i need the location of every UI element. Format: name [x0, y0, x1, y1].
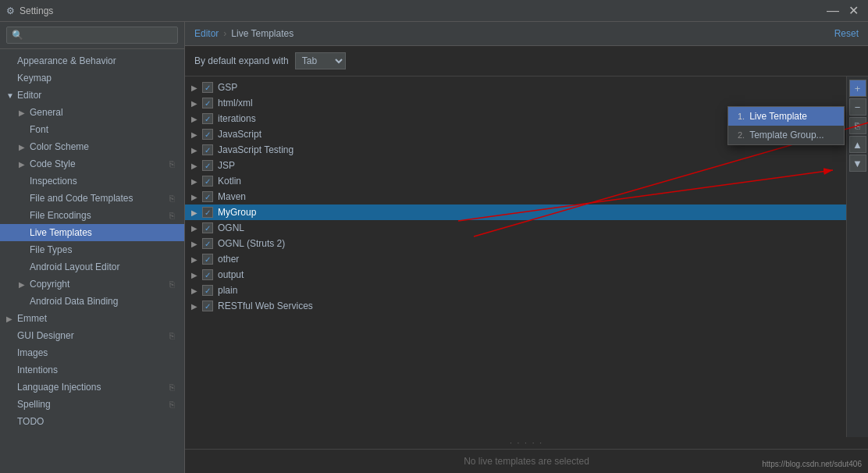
checkbox-ognl-struts2[interactable] [202, 238, 213, 249]
checkbox-mygroup[interactable] [202, 207, 213, 218]
template-label-restful: RESTful Web Services [218, 301, 313, 311]
template-item-plain[interactable]: ▶ plain [185, 283, 846, 298]
sidebar-item-spelling[interactable]: Spelling ⎘ [0, 396, 184, 413]
checkbox-gsp[interactable] [202, 82, 213, 93]
copy-icon: ⎘ [169, 194, 175, 203]
template-item-gsp[interactable]: ▶ GSP [185, 80, 846, 95]
sidebar-item-android-layout-editor[interactable]: Android Layout Editor [0, 258, 184, 276]
checkbox-iterations[interactable] [202, 113, 213, 124]
checkbox-output[interactable] [202, 269, 213, 280]
sidebar-item-inspections[interactable]: Inspections [0, 172, 184, 190]
checkbox-restful[interactable] [202, 301, 213, 311]
sidebar-search-container [0, 22, 184, 49]
breadcrumb-separator: › [223, 28, 226, 39]
title-bar: ⚙ Settings — ✕ [0, 0, 868, 22]
sidebar-search-input[interactable] [6, 27, 178, 44]
sidebar-item-general[interactable]: ▶ General [0, 104, 184, 121]
collapse-divider: · · · · · [185, 437, 868, 449]
sidebar-item-color-scheme[interactable]: ▶ Color Scheme [0, 138, 184, 155]
template-item-maven[interactable]: ▶ Maven [185, 189, 846, 204]
close-button[interactable]: ✕ [845, 3, 862, 18]
checkbox-other[interactable] [202, 254, 213, 265]
remove-button[interactable]: − [849, 98, 866, 116]
arrow-icon: ▶ [191, 146, 201, 155]
copy-icon: ⎘ [169, 331, 175, 340]
arrow-icon: ▶ [191, 255, 201, 264]
move-up-button[interactable]: ▲ [849, 136, 866, 153]
expand-select[interactable]: Tab Enter Space [295, 52, 346, 69]
copy-icon: ⎘ [169, 211, 175, 220]
arrow-icon: ▶ [191, 84, 201, 92]
checkbox-javascript[interactable] [202, 129, 213, 140]
arrow-icon: ▶ [191, 286, 201, 295]
dropdown-item-live-template[interactable]: 1. Live Template [728, 107, 844, 126]
arrow-icon: ▶ [191, 130, 201, 139]
template-label-output: output [218, 269, 244, 280]
sidebar-item-file-encodings[interactable]: File Encodings ⎘ [0, 207, 184, 224]
sidebar-item-keymap[interactable]: Keymap [0, 69, 184, 87]
template-item-jsp[interactable]: ▶ JSP [185, 158, 846, 173]
arrow-icon: ▶ [19, 280, 28, 289]
copy-icon: ⎘ [169, 279, 175, 289]
checkbox-javascript-testing[interactable] [202, 144, 213, 155]
template-label-other: other [218, 254, 239, 265]
sidebar-item-android-data-binding[interactable]: Android Data Binding [0, 293, 184, 310]
template-label-kotlin: Kotlin [218, 176, 241, 187]
sidebar-item-intentions[interactable]: Intentions [0, 361, 184, 379]
template-item-ognl[interactable]: ▶ OGNL [185, 220, 846, 236]
move-down-button[interactable]: ▼ [849, 155, 866, 172]
arrow-icon: ▶ [191, 162, 201, 170]
copy-button[interactable]: ⎘ [849, 117, 866, 134]
template-label-ognl-struts2: OGNL (Struts 2) [218, 238, 285, 249]
main-content: Appearance & Behavior Keymap ▼ Editor ▶ … [0, 22, 868, 473]
sidebar-item-editor[interactable]: ▼ Editor [0, 87, 184, 104]
arrow-icon: ▶ [191, 115, 201, 123]
sidebar-item-live-templates[interactable]: Live Templates [0, 224, 184, 241]
panel-toolbar: By default expand with Tab Enter Space [185, 46, 868, 76]
sidebar-item-gui-designer[interactable]: GUI Designer ⎘ [0, 327, 184, 344]
add-button[interactable]: + [849, 80, 866, 97]
minimize-button[interactable]: — [824, 4, 842, 18]
template-item-other[interactable]: ▶ other [185, 251, 846, 267]
dropdown-item-num-2: 2. [738, 130, 745, 140]
right-panel: Editor › Live Templates Reset By default… [185, 22, 868, 473]
sidebar-nav: Appearance & Behavior Keymap ▼ Editor ▶ … [0, 49, 184, 433]
sidebar-item-code-style[interactable]: ▶ Code Style ⎘ [0, 155, 184, 172]
sidebar-item-file-code-templates[interactable]: File and Code Templates ⎘ [0, 190, 184, 207]
expand-label: By default expand with [194, 55, 289, 66]
checkbox-kotlin[interactable] [202, 176, 213, 187]
sidebar-item-todo[interactable]: TODO [0, 413, 184, 430]
checkbox-html-xml[interactable] [202, 98, 213, 108]
arrow-icon: ▶ [191, 302, 201, 311]
arrow-icon: ▶ [19, 160, 28, 169]
sidebar-item-file-types[interactable]: File Types [0, 241, 184, 258]
panel-footer: No live templates are selected [185, 449, 868, 473]
dropdown-item-num-1: 1. [738, 112, 745, 121]
sidebar-item-copyright[interactable]: ▶ Copyright ⎘ [0, 276, 184, 293]
template-label-javascript-testing: JavaScript Testing [218, 144, 293, 155]
checkbox-ognl[interactable] [202, 222, 213, 233]
template-item-output[interactable]: ▶ output [185, 267, 846, 283]
arrow-icon: ▶ [191, 224, 201, 233]
reset-button[interactable]: Reset [834, 28, 859, 39]
arrow-icon: ▶ [191, 177, 201, 186]
dropdown-popup: 1. Live Template 2. Template Group... [727, 106, 845, 145]
sidebar-item-emmet[interactable]: ▶ Emmet [0, 310, 184, 327]
checkbox-maven[interactable] [202, 191, 213, 202]
breadcrumb-editor[interactable]: Editor [194, 28, 219, 39]
checkbox-jsp[interactable] [202, 160, 213, 171]
arrow-icon: ▼ [6, 91, 16, 100]
arrow-icon: ▶ [191, 99, 201, 108]
dropdown-item-template-group[interactable]: 2. Template Group... [728, 126, 844, 144]
checkbox-plain[interactable] [202, 285, 213, 296]
sidebar-item-language-injections[interactable]: Language Injections ⎘ [0, 379, 184, 396]
sidebar-item-appearance[interactable]: Appearance & Behavior [0, 52, 184, 69]
template-item-mygroup[interactable]: ▶ MyGroup [185, 204, 846, 220]
dropdown-item-label-2: Template Group... [749, 130, 824, 140]
template-label-jsp: JSP [218, 160, 235, 171]
template-item-restful[interactable]: ▶ RESTful Web Services [185, 298, 846, 314]
sidebar-item-images[interactable]: Images [0, 344, 184, 361]
template-item-ognl-struts2[interactable]: ▶ OGNL (Struts 2) [185, 236, 846, 251]
template-item-kotlin[interactable]: ▶ Kotlin [185, 173, 846, 189]
sidebar-item-font[interactable]: Font [0, 121, 184, 138]
